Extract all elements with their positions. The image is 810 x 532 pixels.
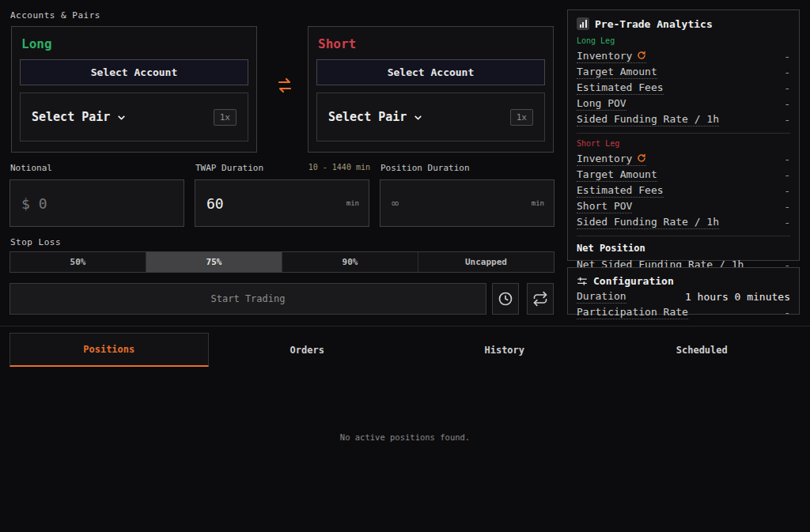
short-estimated-fees-value: - <box>784 185 790 197</box>
long-pov-label: Long POV <box>577 96 626 111</box>
analytics-row: Target Amount - <box>577 64 790 80</box>
twap-duration-input-box: min <box>195 179 369 227</box>
analytics-row: Sided Funding Rate / 1h - <box>577 214 790 230</box>
tab-history[interactable]: History <box>406 333 604 367</box>
long-panel-title: Long <box>21 36 248 51</box>
repeat-icon <box>532 291 548 307</box>
tab-positions[interactable]: Positions <box>9 333 209 367</box>
analytics-divider <box>577 236 790 236</box>
analytics-row: Estimated Fees - <box>577 80 790 96</box>
long-select-account-button[interactable]: Select Account <box>20 59 248 85</box>
long-leverage-badge[interactable]: 1x <box>214 109 237 126</box>
analytics-row: Target Amount - <box>577 167 790 183</box>
short-sided-funding-label: Sided Funding Rate / 1h <box>577 215 719 230</box>
analytics-row: Estimated Fees - <box>577 183 790 198</box>
short-pov-value: - <box>784 201 790 213</box>
analytics-row: Inventory - <box>577 151 790 167</box>
pre-trade-analytics-panel: Pre-Trade Analytics Long Leg Inventory -… <box>567 9 800 261</box>
participation-rate-label: Participation Rate <box>577 305 688 320</box>
stop-loss-option-75[interactable]: 75% <box>146 252 282 272</box>
chevron-down-icon <box>116 112 127 123</box>
short-pov-label: Short POV <box>577 199 632 214</box>
long-target-amount-value: - <box>784 66 790 78</box>
tab-orders[interactable]: Orders <box>209 333 407 367</box>
analytics-row: Inventory - <box>577 48 790 64</box>
clock-icon <box>498 291 513 307</box>
short-leg-title: Short Leg <box>577 139 790 148</box>
long-estimated-fees-value: - <box>784 82 790 94</box>
long-pov-value: - <box>784 98 790 110</box>
short-select-account-button[interactable]: Select Account <box>316 59 545 85</box>
position-duration-label: Position Duration <box>380 163 470 173</box>
stop-loss-option-uncapped[interactable]: Uncapped <box>418 252 554 272</box>
short-leverage-badge[interactable]: 1x <box>510 109 533 126</box>
stop-loss-label: Stop Loss <box>10 237 61 247</box>
short-target-amount-value: - <box>784 169 790 181</box>
swap-sides-icon[interactable] <box>275 76 294 95</box>
long-estimated-fees-label: Estimated Fees <box>577 81 664 96</box>
stop-loss-option-90[interactable]: 90% <box>282 252 418 272</box>
chevron-down-icon <box>413 112 423 123</box>
analytics-row: Long POV - <box>577 96 790 111</box>
bottom-tabs: Positions Orders History Scheduled <box>9 333 801 367</box>
duration-value: 1 hours 0 minutes <box>685 291 790 303</box>
tab-scheduled[interactable]: Scheduled <box>604 333 801 367</box>
analytics-title: Pre-Trade Analytics <box>595 18 713 30</box>
repeat-button[interactable] <box>527 283 554 315</box>
refresh-icon[interactable] <box>637 153 646 163</box>
bar-chart-icon <box>577 17 589 30</box>
notional-label: Notional <box>10 163 52 173</box>
positions-empty-state: No active positions found. <box>0 432 810 442</box>
notional-input-box <box>9 179 184 227</box>
notional-input[interactable] <box>10 195 184 212</box>
long-sided-funding-value: - <box>784 114 790 126</box>
twap-unit-suffix: min <box>346 199 369 207</box>
short-select-pair-label: Select Pair <box>328 110 407 124</box>
configuration-panel: Configuration Duration 1 hours 0 minutes… <box>567 267 800 315</box>
analytics-row: Short POV - <box>577 198 790 214</box>
long-sided-funding-label: Sided Funding Rate / 1h <box>577 112 719 127</box>
twap-range-hint: 10 - 1440 min <box>293 163 370 172</box>
position-unit-suffix: min <box>532 199 554 207</box>
long-select-pair-dropdown[interactable]: Select Pair 1x <box>20 92 248 141</box>
long-target-amount-label: Target Amount <box>577 65 657 80</box>
long-select-pair-label: Select Pair <box>32 110 110 124</box>
short-target-amount-label: Target Amount <box>577 168 657 183</box>
twap-duration-label: TWAP Duration <box>195 163 263 173</box>
accounts-pairs-label: Accounts & Pairs <box>10 10 100 21</box>
stop-loss-option-50[interactable]: 50% <box>10 252 146 272</box>
analytics-row: Sided Funding Rate / 1h - <box>577 111 790 127</box>
short-panel-title: Short <box>318 36 545 51</box>
participation-rate-value: - <box>784 307 790 319</box>
position-duration-input-box: min <box>380 179 555 227</box>
long-inventory-value: - <box>784 51 790 62</box>
short-inventory-label: Inventory <box>577 152 632 166</box>
sliders-icon <box>577 276 588 287</box>
refresh-icon[interactable] <box>637 51 646 60</box>
short-inventory-value: - <box>784 153 790 165</box>
start-trading-button[interactable]: Start Trading <box>9 283 486 315</box>
schedule-button[interactable] <box>492 283 519 315</box>
short-estimated-fees-label: Estimated Fees <box>577 183 664 198</box>
long-leg-title: Long Leg <box>577 36 790 45</box>
analytics-divider <box>577 133 790 134</box>
twap-duration-input[interactable] <box>195 195 346 212</box>
section-divider <box>0 326 810 326</box>
duration-label: Duration <box>577 289 626 304</box>
config-row: Participation Rate - <box>577 304 790 320</box>
trading-app: Accounts & Pairs Long Select Account Sel… <box>0 0 810 532</box>
long-panel: Long Select Account Select Pair 1x <box>11 26 257 153</box>
configuration-title: Configuration <box>593 275 674 287</box>
short-panel: Short Select Account Select Pair 1x <box>308 26 554 153</box>
short-sided-funding-value: - <box>784 217 790 228</box>
stop-loss-segmented-control: 50% 75% 90% Uncapped <box>9 251 555 273</box>
position-duration-input[interactable] <box>380 196 532 210</box>
short-select-pair-dropdown[interactable]: Select Pair 1x <box>316 92 545 141</box>
net-position-title: Net Position <box>577 243 790 254</box>
config-row: Duration 1 hours 0 minutes <box>577 289 790 304</box>
long-inventory-label: Inventory <box>577 49 632 63</box>
